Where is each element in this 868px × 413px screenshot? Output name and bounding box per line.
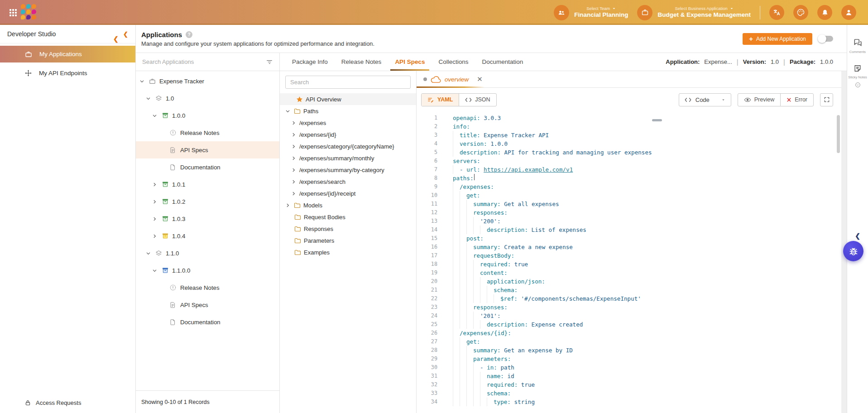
feedback-bug-button[interactable]	[843, 241, 863, 261]
chevron-down-icon[interactable]	[146, 251, 155, 256]
code-line-33: 33schema:	[417, 389, 841, 398]
api-tree-item-expenses-search[interactable]: /expenses/search	[280, 176, 416, 187]
access-requests-button[interactable]: Access Requests	[0, 392, 135, 413]
sticky-notes-button[interactable]: Sticky Notes	[848, 64, 867, 79]
error-button[interactable]: Error	[780, 94, 813, 106]
comments-button[interactable]: Comments	[849, 38, 866, 54]
applications-search-input[interactable]	[142, 58, 266, 65]
tree-item-1-0-2[interactable]: 1.0.2	[136, 193, 279, 210]
api-tree-item-models[interactable]: Models	[280, 199, 416, 211]
notifications-button[interactable]	[817, 5, 832, 20]
chevron-right-icon[interactable]	[152, 199, 161, 204]
chevron-down-icon[interactable]	[139, 79, 149, 84]
chevron-right-icon[interactable]	[291, 120, 299, 125]
chevron-down-icon[interactable]	[285, 109, 293, 114]
tab-package-info[interactable]: Package Info	[285, 53, 335, 71]
api-tree-item-expenses-summary-by-category[interactable]: /expenses/summary/by-category	[280, 164, 416, 176]
header-toggle[interactable]	[819, 36, 833, 42]
tree-item-1-0-0[interactable]: 1.0.0	[136, 107, 279, 124]
line-number: 11	[417, 200, 453, 208]
api-tree-item-expenses-id-receipt[interactable]: /expenses/{id}/receipt	[280, 187, 416, 199]
chevron-right-icon[interactable]	[291, 132, 299, 137]
fullscreen-button[interactable]	[820, 93, 833, 106]
sidebar-item-my-applications[interactable]: My Applications	[0, 46, 135, 62]
editor-scrollbar[interactable]	[837, 115, 840, 153]
api-tree-item-api-overview[interactable]: API Overview	[280, 93, 416, 105]
code-line-3: 3title: Expense Tracker API	[417, 131, 841, 139]
team-selector[interactable]: Select Team Financial Planning	[554, 5, 628, 20]
chevron-right-icon[interactable]	[285, 203, 293, 208]
tree-item-documentation[interactable]: Documentation	[136, 313, 279, 331]
chevron-right-icon[interactable]	[152, 234, 161, 239]
circle-chevron-icon[interactable]	[855, 82, 861, 88]
api-tree-item-request-bodies[interactable]: Request Bodies	[280, 211, 416, 223]
chevron-right-icon[interactable]	[291, 168, 299, 173]
chevron-down-icon[interactable]	[152, 268, 161, 273]
api-tree-item-parameters[interactable]: Parameters	[280, 235, 416, 246]
tree-item-api-specs[interactable]: API Specs	[136, 141, 279, 158]
tree-item-1-0-3[interactable]: 1.0.3	[136, 210, 279, 227]
editor-tab-overview[interactable]: overview ✕	[423, 75, 483, 83]
tree-item-1-1-0-0[interactable]: 1.1.0.0	[136, 262, 279, 279]
line-number: 14	[417, 226, 453, 234]
api-tree: API OverviewPaths/expenses/expenses/{id}…	[280, 93, 416, 258]
tree-item-1-0-1[interactable]: 1.0.1	[136, 176, 279, 193]
profile-button[interactable]	[841, 5, 856, 20]
indent-guide	[473, 217, 480, 226]
chevron-right-icon[interactable]	[291, 144, 299, 149]
tab-release-notes[interactable]: Release Notes	[335, 53, 388, 71]
theme-button[interactable]	[793, 5, 808, 20]
preview-button[interactable]: Preview	[738, 94, 780, 106]
close-icon[interactable]: ✕	[477, 75, 483, 83]
api-tree-item-expenses[interactable]: /expenses	[280, 117, 416, 129]
tree-item-release-notes[interactable]: Release Notes	[136, 124, 279, 141]
panel-collapse-chevron-icon[interactable]: ❮	[113, 35, 119, 43]
chevron-down-icon[interactable]	[152, 113, 161, 118]
indent-guide	[480, 226, 487, 234]
api-search-input[interactable]	[290, 79, 406, 86]
tree-item-documentation[interactable]: Documentation	[136, 158, 279, 176]
brand-logo[interactable]	[21, 4, 38, 21]
tab-api-specs[interactable]: API Specs	[388, 53, 432, 71]
chevron-right-icon[interactable]	[291, 179, 299, 184]
code-mode-dropdown[interactable]: Code	[679, 93, 731, 106]
folder-icon	[294, 237, 304, 245]
chevron-right-icon[interactable]	[291, 156, 299, 161]
api-tree-item-expenses-id[interactable]: /expenses/{id}	[280, 129, 416, 140]
business-app-selector[interactable]: Select Business Application Budget & Exp…	[637, 5, 751, 20]
rail-collapse-chevron-icon[interactable]: ❮	[847, 232, 868, 240]
line-number: 1	[417, 114, 453, 122]
applications-tree: Expense Tracker1.01.0.0Release NotesAPI …	[136, 71, 279, 390]
api-tree-item-paths[interactable]: Paths	[280, 105, 416, 117]
indent-guide	[494, 294, 500, 303]
tree-item-1-0-4[interactable]: 1.0.4	[136, 227, 279, 245]
tree-item-expense-tracker[interactable]: Expense Tracker	[136, 72, 279, 90]
chevron-right-icon[interactable]	[152, 182, 161, 187]
add-new-application-button[interactable]: + Add New Application	[743, 33, 812, 45]
yaml-code-area[interactable]: 1openapi: 3.0.32info:3title: Expense Tra…	[417, 111, 841, 413]
indent-guide	[453, 217, 460, 226]
sidebar-collapse-chevron-icon[interactable]: ❮	[123, 31, 128, 38]
tree-item-1-1-0[interactable]: 1.1.0	[136, 245, 279, 262]
layers-icon	[155, 250, 166, 257]
chevron-right-icon[interactable]	[152, 216, 161, 221]
tab-documentation[interactable]: Documentation	[475, 53, 530, 71]
tab-collections[interactable]: Collections	[432, 53, 475, 71]
language-button[interactable]	[769, 5, 784, 20]
api-tree-item-examples[interactable]: Examples	[280, 246, 416, 258]
app-launcher-icon[interactable]	[10, 9, 17, 16]
line-number: 13	[417, 217, 453, 226]
json-button[interactable]: JSON	[459, 94, 496, 106]
api-tree-item-expenses-summary-monthly[interactable]: /expenses/summary/monthly	[280, 152, 416, 164]
help-icon[interactable]: ?	[186, 31, 192, 38]
api-tree-item-responses[interactable]: Responses	[280, 223, 416, 235]
tree-item-release-notes[interactable]: Release Notes	[136, 279, 279, 296]
chevron-right-icon[interactable]	[291, 191, 299, 196]
tree-item-1-0[interactable]: 1.0	[136, 90, 279, 107]
yaml-button[interactable]: YAML	[422, 94, 459, 106]
tree-item-api-specs[interactable]: API Specs	[136, 296, 279, 313]
sidebar-item-my-api-endpoints[interactable]: My API Endpoints	[0, 65, 135, 82]
filter-icon[interactable]	[266, 58, 273, 66]
chevron-down-icon[interactable]	[146, 96, 155, 101]
api-tree-item-expenses-category-categoryname[interactable]: /expenses/category/{categoryName}	[280, 140, 416, 152]
